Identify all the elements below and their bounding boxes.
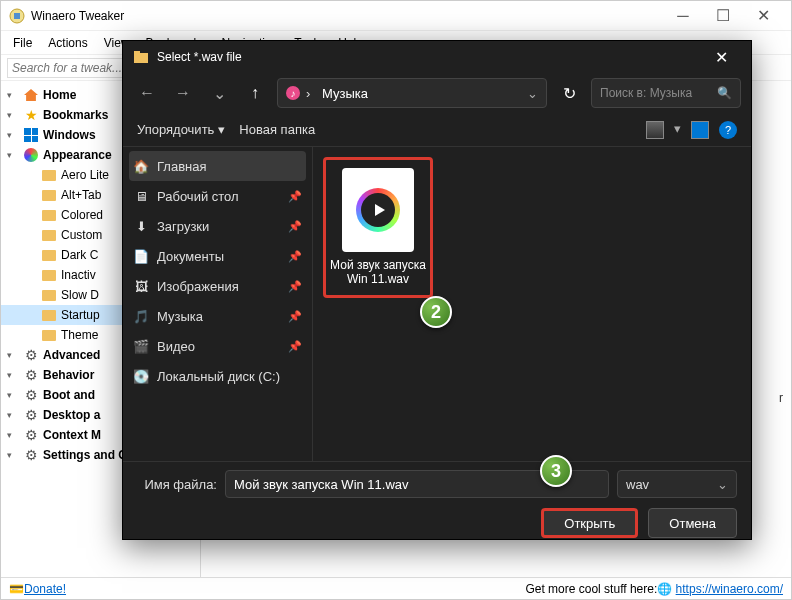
footer-text: Get more cool stuff here: [525, 582, 657, 596]
address-bar[interactable]: ♪ › Музыка ⌄ [277, 78, 547, 108]
sidebar-item[interactable]: 💽Локальный диск (C:) [123, 361, 312, 391]
donate-link[interactable]: Donate! [24, 582, 66, 596]
organize-button[interactable]: Упорядочить ▾ [137, 122, 225, 137]
menu-actions[interactable]: Actions [42, 34, 93, 52]
nav-up-button[interactable]: ↑ [241, 79, 269, 107]
dialog-search-input[interactable]: Поиск в: Музыка 🔍 [591, 78, 741, 108]
cancel-button[interactable]: Отмена [648, 508, 737, 538]
file-list[interactable]: Мой звук запуска Win 11.wav [313, 147, 751, 461]
help-button[interactable]: ? [719, 121, 737, 139]
donate-icon: 💳 [9, 582, 24, 596]
menu-file[interactable]: File [7, 34, 38, 52]
sidebar-item[interactable]: ⬇Загрузки📌 [123, 211, 312, 241]
view-dropdown-icon[interactable]: ▾ [674, 121, 681, 139]
open-button[interactable]: Открыть [541, 508, 638, 538]
breadcrumb[interactable]: Музыка [322, 86, 368, 101]
sidebar-item[interactable]: 🏠Главная [129, 151, 306, 181]
file-open-dialog: Select *.wav file ✕ ← → ⌄ ↑ ♪ › Музыка ⌄… [122, 40, 752, 540]
dialog-close-button[interactable]: ✕ [701, 42, 741, 72]
breadcrumb-dropdown-icon[interactable]: ⌄ [527, 86, 538, 101]
svg-rect-3 [134, 51, 140, 54]
sidebar-item[interactable]: 🖥Рабочий стол📌 [123, 181, 312, 211]
dialog-bottom: Имя файла: wav Открыть Отмена [123, 461, 751, 539]
statusbar: 💳 Donate! Get more cool stuff here: 🌐 ht… [1, 577, 791, 599]
search-icon: 🔍 [717, 86, 732, 100]
file-item[interactable]: Мой звук запуска Win 11.wav [323, 157, 433, 298]
newfolder-button[interactable]: Новая папка [239, 122, 315, 137]
maximize-button[interactable]: ☐ [703, 2, 743, 30]
dialog-navbar: ← → ⌄ ↑ ♪ › Музыка ⌄ ↻ Поиск в: Музыка 🔍 [123, 73, 751, 113]
app-title: Winaero Tweaker [31, 9, 663, 23]
content-text: r [779, 391, 783, 405]
breadcrumb-separator-icon: › [306, 86, 316, 101]
app-titlebar: Winaero Tweaker ─ ☐ ✕ [1, 1, 791, 31]
filename-label: Имя файла: [137, 477, 217, 492]
dialog-titlebar: Select *.wav file ✕ [123, 41, 751, 73]
close-button[interactable]: ✕ [743, 2, 783, 30]
dialog-sidebar[interactable]: 🏠Главная🖥Рабочий стол📌⬇Загрузки📌📄Докумен… [123, 147, 313, 461]
file-thumbnail [342, 168, 414, 252]
minimize-button[interactable]: ─ [663, 2, 703, 30]
sidebar-item[interactable]: 🎵Музыка📌 [123, 301, 312, 331]
dialog-toolbar: Упорядочить ▾ Новая папка ▾ ? [123, 113, 751, 147]
footer-icon: 🌐 [657, 582, 675, 596]
preview-pane-button[interactable] [691, 121, 709, 139]
file-filter-dropdown[interactable]: wav [617, 470, 737, 498]
file-label: Мой звук запуска Win 11.wav [330, 258, 426, 287]
app-icon [9, 8, 25, 24]
nav-back-button[interactable]: ← [133, 79, 161, 107]
svg-rect-1 [14, 13, 20, 19]
search-placeholder: Поиск в: Музыка [600, 86, 692, 100]
nav-recent-button[interactable]: ⌄ [205, 79, 233, 107]
sidebar-item[interactable]: 📄Документы📌 [123, 241, 312, 271]
svg-rect-2 [134, 53, 148, 63]
nav-forward-button[interactable]: → [169, 79, 197, 107]
sidebar-item[interactable]: 🖼Изображения📌 [123, 271, 312, 301]
dialog-title: Select *.wav file [157, 50, 701, 64]
view-mode-button[interactable] [646, 121, 664, 139]
chevron-down-icon: ▾ [218, 122, 225, 137]
refresh-button[interactable]: ↻ [555, 79, 583, 107]
footer-link[interactable]: https://winaero.com/ [676, 582, 783, 596]
callout-badge-2: 2 [420, 296, 452, 328]
dialog-icon [133, 49, 149, 65]
callout-badge-3: 3 [540, 455, 572, 487]
music-icon: ♪ [286, 86, 300, 100]
sidebar-item[interactable]: 🎬Видео📌 [123, 331, 312, 361]
